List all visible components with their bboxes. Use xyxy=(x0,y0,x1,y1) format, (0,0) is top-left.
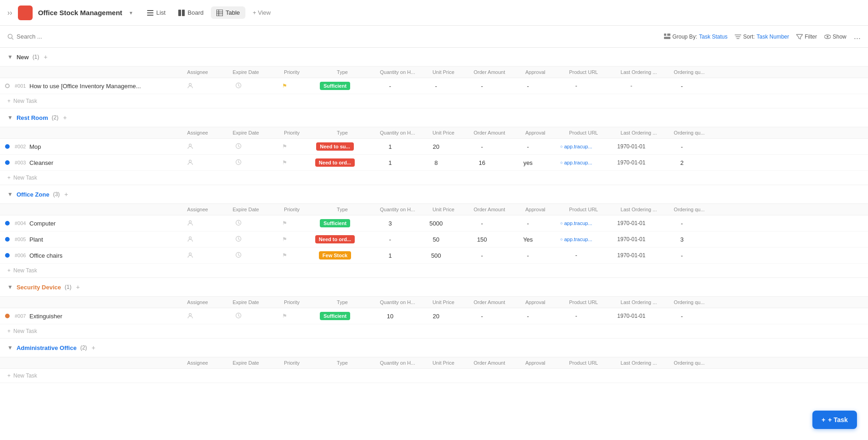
task-row[interactable]: #003 Cleanser ⚑ Need to ord... 1 8 16 ye… xyxy=(0,155,868,171)
task-priority[interactable]: ⚑ xyxy=(264,252,305,259)
task-name[interactable]: How to use [Office Inventory Manageme... xyxy=(29,83,167,90)
col-expire: Expire Date xyxy=(221,69,271,75)
task-assignee[interactable] xyxy=(167,236,213,243)
section-toggle-new[interactable]: ▼ xyxy=(7,54,13,60)
section-title-office-zone[interactable]: Office Zone xyxy=(17,191,50,198)
task-type[interactable]: Need to ord... xyxy=(305,158,365,167)
filter-control[interactable]: Filter xyxy=(796,34,817,40)
new-task-row-new[interactable]: + New Task xyxy=(0,94,868,108)
task-product-url[interactable]: - xyxy=(549,83,604,89)
task-product-url[interactable]: ○app.tracup... xyxy=(549,144,604,149)
svg-point-25 xyxy=(189,220,192,223)
sort-control[interactable]: Sort: Task Number xyxy=(735,34,789,40)
task-product-url[interactable]: ○app.tracup... xyxy=(549,220,604,226)
task-expire[interactable] xyxy=(213,159,264,167)
task-row[interactable]: #004 Computer ⚑ Sufficient 3 5000 - - xyxy=(0,215,868,231)
task-row[interactable]: #006 Office chairs ⚑ Few Stock 1 500 - - xyxy=(0,248,868,264)
task-product-url[interactable]: - xyxy=(549,252,604,259)
task-type[interactable]: Need to ord... xyxy=(305,235,365,243)
task-expire[interactable] xyxy=(213,220,264,227)
section-add-office-zone[interactable]: + xyxy=(64,191,68,198)
tab-table[interactable]: Table xyxy=(211,6,245,19)
task-assignee[interactable] xyxy=(167,252,213,259)
show-control[interactable]: Show xyxy=(824,34,846,40)
task-status-dot[interactable] xyxy=(5,221,10,226)
task-assignee[interactable] xyxy=(167,159,213,167)
section-title-new[interactable]: New xyxy=(17,54,29,61)
task-priority[interactable]: ⚑ xyxy=(264,220,305,226)
task-row[interactable]: #001 How to use [Office Inventory Manage… xyxy=(0,78,868,94)
new-task-row-administrative-office[interactable]: + New Task xyxy=(0,369,868,383)
task-expire[interactable] xyxy=(213,312,264,320)
task-status-dot[interactable] xyxy=(5,160,10,165)
new-task-row-security-device[interactable]: + New Task xyxy=(0,324,868,338)
task-expire[interactable] xyxy=(213,236,264,243)
section-toggle-office-zone[interactable]: ▼ xyxy=(7,191,13,197)
tab-board[interactable]: Board xyxy=(173,6,209,19)
task-status-dot[interactable] xyxy=(5,314,10,318)
task-assignee[interactable] xyxy=(167,82,213,90)
section-toggle-rest-room[interactable]: ▼ xyxy=(7,114,13,121)
task-name[interactable]: Computer xyxy=(29,220,167,227)
product-url-link[interactable]: ○app.tracup... xyxy=(560,144,592,149)
search-input-wrap[interactable] xyxy=(7,33,660,40)
task-expire[interactable] xyxy=(213,82,264,90)
task-row[interactable]: #007 Extinguisher ⚑ Sufficient 10 20 - - xyxy=(0,308,868,324)
task-type[interactable]: Sufficient xyxy=(305,219,365,227)
section-title-administrative-office[interactable]: Administrative Office xyxy=(17,344,77,351)
task-row[interactable]: #005 Plant ⚑ Need to ord... - 50 150 Yes xyxy=(0,231,868,248)
task-priority[interactable]: ⚑ xyxy=(264,313,305,319)
task-name[interactable]: Office chairs xyxy=(29,252,167,259)
task-status-dot[interactable] xyxy=(5,253,10,258)
task-priority[interactable]: ⚑ xyxy=(264,143,305,150)
task-row[interactable]: #002 Mop ⚑ Need to su... 1 20 - - ○app xyxy=(0,139,868,155)
product-url-link[interactable]: ○app.tracup... xyxy=(560,220,592,226)
task-type[interactable]: Sufficient xyxy=(305,312,365,320)
search-input[interactable] xyxy=(17,33,154,40)
task-type[interactable]: Sufficient xyxy=(305,82,365,90)
task-priority[interactable]: ⚑ xyxy=(264,83,305,89)
task-assignee[interactable] xyxy=(167,220,213,227)
task-status-dot[interactable] xyxy=(5,84,10,88)
menu-icon[interactable]: ›› xyxy=(7,9,12,17)
add-view-button[interactable]: + View xyxy=(247,6,276,19)
task-priority[interactable]: ⚑ xyxy=(264,159,305,166)
tab-list[interactable]: List xyxy=(142,6,171,19)
task-type[interactable]: Need to su... xyxy=(305,142,365,151)
task-name[interactable]: Extinguisher xyxy=(29,313,167,320)
col-priority: Priority xyxy=(271,360,312,366)
task-name[interactable]: Cleanser xyxy=(29,159,167,166)
section-title-rest-room[interactable]: Rest Room xyxy=(17,114,48,121)
task-order-amount: - xyxy=(457,83,507,90)
task-name[interactable]: Plant xyxy=(29,236,167,243)
new-task-row-office-zone[interactable]: + New Task xyxy=(0,264,868,277)
section-add-rest-room[interactable]: + xyxy=(63,114,67,121)
task-assignee[interactable] xyxy=(167,312,213,320)
task-assignee[interactable] xyxy=(167,143,213,151)
product-url-link[interactable]: ○app.tracup... xyxy=(560,237,592,242)
task-unit-price: 8 xyxy=(415,159,457,166)
app-title-arrow[interactable]: ▾ xyxy=(130,10,132,16)
task-status-dot[interactable] xyxy=(5,237,10,242)
task-type[interactable]: Few Stock xyxy=(305,251,365,259)
section-toggle-administrative-office[interactable]: ▼ xyxy=(7,344,13,351)
section-add-security-device[interactable]: + xyxy=(76,283,79,291)
section-toggle-security-device[interactable]: ▼ xyxy=(7,284,13,290)
more-options-icon[interactable]: ... xyxy=(854,32,861,41)
group-by-control[interactable]: Group By: Task Status xyxy=(664,34,727,40)
product-url-link[interactable]: ○app.tracup... xyxy=(560,160,592,165)
task-approval: - xyxy=(507,143,549,150)
task-name[interactable]: Mop xyxy=(29,143,167,150)
section-add-administrative-office[interactable]: + xyxy=(91,344,95,351)
task-product-url[interactable]: - xyxy=(549,313,604,319)
task-product-url[interactable]: ○app.tracup... xyxy=(549,237,604,242)
task-status-dot[interactable] xyxy=(5,144,10,149)
section-title-security-device[interactable]: Security Device xyxy=(17,284,61,291)
task-expire[interactable] xyxy=(213,143,264,151)
add-task-button[interactable]: + + Task xyxy=(812,411,857,429)
task-expire[interactable] xyxy=(213,252,264,259)
section-add-new[interactable]: + xyxy=(44,53,47,61)
new-task-row-rest-room[interactable]: + New Task xyxy=(0,171,868,185)
task-product-url[interactable]: ○app.tracup... xyxy=(549,160,604,165)
task-priority[interactable]: ⚑ xyxy=(264,236,305,243)
